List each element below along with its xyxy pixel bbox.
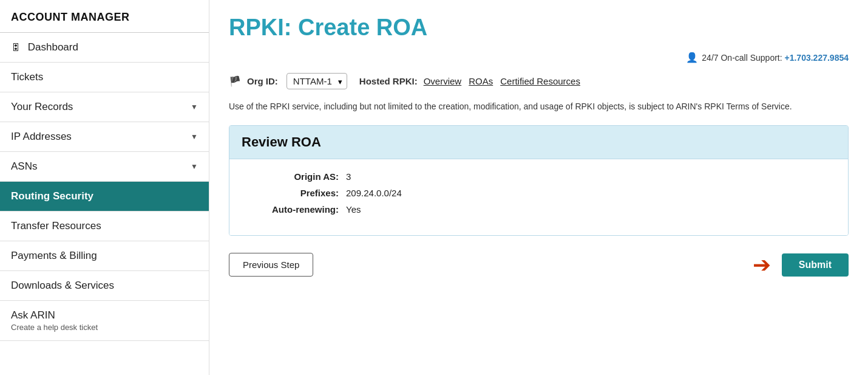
chevron-down-icon: ▼ (191, 162, 198, 171)
sidebar: ACCOUNT MANAGER 🎛 Dashboard Tickets Your… (0, 0, 209, 375)
chevron-down-icon: ▼ (191, 132, 198, 141)
terms-text: Use of the RPKI service, including but n… (229, 100, 849, 113)
review-row-prefixes: Prefixes: 209.24.0.0/24 (254, 188, 824, 198)
sidebar-item-dashboard[interactable]: 🎛 Dashboard (0, 33, 209, 63)
main-content: RPKI: Create ROA 👤 24/7 On-call Support:… (209, 0, 868, 375)
submit-button[interactable]: Submit (782, 253, 849, 277)
chevron-down-icon: ▼ (191, 103, 198, 111)
org-rpki-bar: 🏴 Org ID: NTTAM-1 Hosted RPKI: Overview … (229, 73, 849, 89)
prefixes-value: 209.24.0.0/24 (346, 188, 402, 198)
dashboard-icon: 🎛 (11, 42, 20, 52)
org-id-label: Org ID: (247, 76, 278, 86)
rpki-nav-links: Overview ROAs Certified Resources (424, 76, 580, 86)
review-row-auto-renewing: Auto-renewing: Yes (254, 204, 824, 215)
origin-as-value: 3 (346, 171, 351, 182)
sidebar-item-payments-billing[interactable]: Payments & Billing (0, 241, 209, 271)
submit-area: ➔ Submit (753, 253, 849, 277)
sidebar-item-your-records[interactable]: Your Records ▼ (0, 92, 209, 122)
support-phone[interactable]: +1.703.227.9854 (785, 53, 849, 63)
rpki-nav-roas[interactable]: ROAs (469, 76, 493, 86)
ask-arin-subtitle: Create a help desk ticket (11, 323, 198, 332)
sidebar-item-tickets[interactable]: Tickets (0, 63, 209, 92)
support-bar: 👤 24/7 On-call Support: +1.703.227.9854 (229, 52, 849, 63)
origin-as-label: Origin AS: (254, 171, 339, 182)
previous-step-button[interactable]: Previous Step (229, 253, 313, 277)
auto-renewing-value: Yes (346, 204, 361, 215)
ask-arin-title: Ask ARIN (11, 309, 198, 322)
sidebar-item-downloads-services[interactable]: Downloads & Services (0, 271, 209, 301)
support-label: 24/7 On-call Support: (702, 53, 782, 63)
org-id-select[interactable]: NTTAM-1 (287, 73, 347, 89)
page-title: RPKI: Create ROA (229, 15, 849, 41)
sidebar-item-ask-arin[interactable]: Ask ARIN Create a help desk ticket (0, 301, 209, 341)
sidebar-title: ACCOUNT MANAGER (0, 0, 209, 32)
sidebar-item-asns[interactable]: ASNs ▼ (0, 152, 209, 182)
sidebar-item-routing-security[interactable]: Routing Security (0, 182, 209, 212)
auto-renewing-label: Auto-renewing: (254, 204, 339, 215)
review-row-origin-as: Origin AS: 3 (254, 171, 824, 182)
support-icon: 👤 (686, 52, 698, 63)
arrow-right-icon: ➔ (753, 254, 771, 276)
actions-bar: Previous Step ➔ Submit (229, 253, 849, 277)
review-roa-heading: Review ROA (229, 126, 848, 159)
review-roa-body: Origin AS: 3 Prefixes: 209.24.0.0/24 Aut… (229, 159, 848, 235)
sidebar-item-ip-addresses[interactable]: IP Addresses ▼ (0, 122, 209, 152)
rpki-nav-overview[interactable]: Overview (424, 76, 462, 86)
org-flag-icon: 🏴 (229, 75, 241, 87)
prefixes-label: Prefixes: (254, 188, 339, 198)
rpki-nav-certified-resources[interactable]: Certified Resources (500, 76, 580, 86)
sidebar-item-transfer-resources[interactable]: Transfer Resources (0, 212, 209, 241)
org-select-wrapper[interactable]: NTTAM-1 (287, 73, 347, 89)
review-roa-box: Review ROA Origin AS: 3 Prefixes: 209.24… (229, 125, 849, 236)
hosted-rpki-label: Hosted RPKI: (359, 76, 418, 86)
